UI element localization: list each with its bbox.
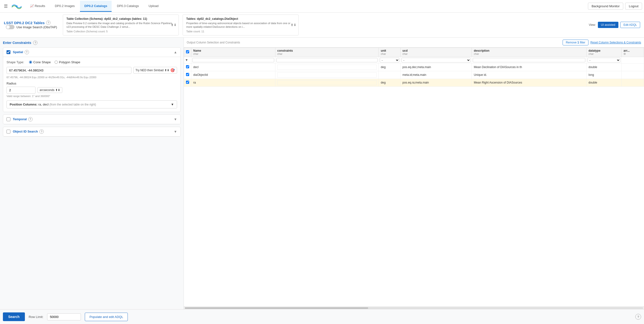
filter-description-input[interactable] xyxy=(473,58,585,62)
spatial-checkbox[interactable] xyxy=(6,50,10,54)
target-icon[interactable]: 🎯 xyxy=(170,68,175,72)
menu-button[interactable]: ☰ xyxy=(2,3,10,10)
reset-constraints-button[interactable]: Reset Column Selections & Constraints xyxy=(590,41,641,44)
spatial-help-icon[interactable]: ? xyxy=(25,50,29,54)
polygon-shape-option[interactable]: Polygon Shape xyxy=(54,60,80,64)
position-columns-label: Position Columns: ra, decl (from the sel… xyxy=(10,103,96,106)
row-ra-name: ra xyxy=(191,79,276,86)
object-id-checkbox[interactable] xyxy=(6,130,10,133)
cone-shape-label: Cone Shape xyxy=(33,60,51,64)
filter-constraints-input[interactable] xyxy=(276,58,378,62)
position-columns-chevron-icon: ▼ xyxy=(171,103,174,106)
output-label: Output Column Selection and Constraints xyxy=(187,41,240,44)
row-decl-checkbox-cell[interactable] xyxy=(184,63,191,71)
col-header-select xyxy=(184,47,191,57)
temporal-section: Temporal ? ▼ xyxy=(3,114,181,124)
scrollbar-track[interactable] xyxy=(185,307,643,309)
tab-dp02-images[interactable]: DP0.2 Images xyxy=(50,1,79,12)
position-columns-selector[interactable]: Position Columns: ra, decl (from the sel… xyxy=(6,100,177,108)
spatial-header[interactable]: Spatial ? ▲ xyxy=(3,47,180,57)
scrollbar-thumb[interactable] xyxy=(185,307,368,309)
row-diaobjectid-checkbox-cell[interactable] xyxy=(184,71,191,79)
view-toggle: View: UI assisted Edit ADQL xyxy=(589,22,640,28)
temporal-checkbox[interactable] xyxy=(6,117,10,121)
col-header-arraysize: arr... ⚙ xyxy=(622,47,644,57)
coordinates-input[interactable] xyxy=(6,67,132,74)
row-decl-ucd: pos.eq.dec;meta.main xyxy=(400,63,472,71)
row-ra-checkbox-cell[interactable] xyxy=(184,79,191,86)
table-selected-selector[interactable]: Tables: dp02_dc2_catalogs.DiaObject Prop… xyxy=(182,14,298,35)
row-decl-unit: deg xyxy=(379,63,400,71)
filter-ucd-select[interactable]: - xyxy=(402,58,470,62)
ui-assisted-button[interactable]: UI assisted xyxy=(598,22,618,28)
row-ra-checkbox[interactable] xyxy=(186,81,189,84)
col-header-datatype: datatype char xyxy=(586,47,622,57)
bottom-help-icon[interactable]: ? xyxy=(635,314,641,320)
row-ra-constraints[interactable] xyxy=(275,79,379,86)
cone-shape-option[interactable]: Cone Shape xyxy=(29,60,51,64)
table-collection-arrow[interactable]: ⬆⬇ xyxy=(171,23,176,27)
row-limit-label: Row Limit: xyxy=(29,315,44,319)
filter-ucd-cell[interactable]: - xyxy=(400,57,472,63)
row-decl-constraints-input[interactable] xyxy=(277,65,377,70)
object-id-help-icon[interactable]: ? xyxy=(39,129,44,134)
tab-upload[interactable]: Upload xyxy=(144,1,163,12)
edit-adql-button[interactable]: Edit ADQL xyxy=(620,22,640,28)
col-header-unit: unit char xyxy=(379,47,400,57)
radius-unit-chevron-icon: ⬆⬇ xyxy=(55,88,60,92)
populate-adql-button[interactable]: Populate and edit ADQL xyxy=(85,313,128,321)
filter-input-row: ▼ - - - xyxy=(184,57,644,63)
tab-results[interactable]: 📈 Results xyxy=(26,1,50,12)
right-panel-header: Output Column Selection and Constraints … xyxy=(184,38,644,47)
object-id-header[interactable]: Object ID Search ? ▼ xyxy=(3,127,180,136)
row-diaobjectid-checkbox[interactable] xyxy=(186,73,189,76)
row-decl-constraints[interactable] xyxy=(275,63,379,71)
search-button[interactable]: Search xyxy=(3,313,25,321)
filter-name-input[interactable] xyxy=(192,58,274,62)
tab-dp02-catalogs[interactable]: DP0.2 Catalogs xyxy=(80,1,112,12)
row-decl-checkbox[interactable] xyxy=(186,65,189,68)
tab-dp03-catalogs[interactable]: DP0.3 Catalogs xyxy=(112,1,143,12)
remove-filter-button[interactable]: Remove 1 filter xyxy=(562,40,588,45)
select-all-checkbox[interactable] xyxy=(186,50,189,53)
filter-constraints-cell[interactable] xyxy=(275,57,379,63)
use-image-search-row: Use Image Search (ObsTAP) xyxy=(6,25,57,29)
app-title-help-icon[interactable]: ? xyxy=(46,20,50,25)
filter-datatype-select[interactable]: - xyxy=(588,58,620,62)
radius-unit-selector[interactable]: arcseconds ⬆⬇ xyxy=(38,87,62,93)
shape-radio-group: Cone Shape Polygon Shape xyxy=(29,60,80,64)
object-id-collapse-icon[interactable]: ▼ xyxy=(174,130,177,133)
resolve-button[interactable]: Try NED then Simbad ⬆⬇ 🎯 xyxy=(133,67,177,74)
logout-button[interactable]: Logout xyxy=(625,3,642,10)
row-ra-constraints-input[interactable] xyxy=(277,80,377,85)
spatial-collapse-icon[interactable]: ▲ xyxy=(174,50,177,54)
row-decl-datatype: double xyxy=(586,63,622,71)
filter-unit-select[interactable]: - xyxy=(380,58,399,62)
table-selected-arrow[interactable]: ⬆⬇ xyxy=(290,23,296,27)
constraints-header: Enter Constraints ? xyxy=(3,40,181,45)
data-table-wrapper[interactable]: Name char constraints char unit char xyxy=(184,47,644,306)
radius-input[interactable] xyxy=(6,87,36,94)
row-limit-input[interactable] xyxy=(47,313,81,321)
temporal-header[interactable]: Temporal ? ▼ xyxy=(3,115,180,124)
row-diaobjectid-arraysize xyxy=(622,71,644,79)
polygon-shape-radio[interactable] xyxy=(54,61,58,64)
filter-name-cell[interactable] xyxy=(191,57,276,63)
temporal-collapse-icon[interactable]: ▼ xyxy=(174,117,177,121)
radius-row: arcseconds ⬆⬇ xyxy=(6,87,177,94)
horizontal-scrollbar[interactable] xyxy=(184,306,644,309)
filter-description-cell[interactable] xyxy=(472,57,586,63)
constraints-help-icon[interactable]: ? xyxy=(33,40,38,45)
cone-shape-radio[interactable] xyxy=(29,61,32,64)
row-diaobjectid-constraints-input[interactable] xyxy=(277,72,377,77)
table-row: ra deg pos.eq.ra;meta.main Mean Right As… xyxy=(184,79,644,86)
table-collection-selector[interactable]: Table Collection (Schema): dp02_dc2_cata… xyxy=(63,14,179,35)
spatial-title: Spatial xyxy=(13,50,23,54)
use-image-toggle[interactable] xyxy=(6,25,14,29)
temporal-help-icon[interactable]: ? xyxy=(28,117,32,121)
row-diaobjectid-constraints[interactable] xyxy=(275,71,379,79)
filter-datatype-cell[interactable]: - xyxy=(586,57,622,63)
background-monitor-button[interactable]: Background Monitor xyxy=(588,3,623,10)
row-decl-arraysize xyxy=(622,63,644,71)
filter-unit-cell[interactable]: - xyxy=(379,57,400,63)
